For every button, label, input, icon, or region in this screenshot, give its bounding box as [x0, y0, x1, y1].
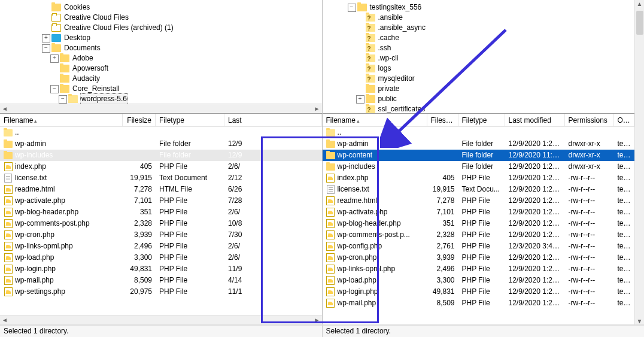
tree-item[interactable]: logs: [323, 63, 635, 74]
file-lastmodified: 12/9: [224, 150, 322, 161]
tree-item[interactable]: private: [323, 84, 635, 94]
col-filesize[interactable]: Filesize: [123, 114, 156, 127]
col-filetype[interactable]: Filetype: [156, 114, 224, 127]
folder-icon: [326, 139, 335, 148]
file-row[interactable]: wp-adminFile folder12/9: [0, 138, 322, 150]
file-permissions: -rw-r--r--: [565, 252, 614, 263]
remote-tree[interactable]: −testingsitex_556.ansible.ansible_async.…: [323, 0, 635, 114]
file-row[interactable]: wp-login.php49,831PHP File12/9/2020 1:22…: [323, 286, 635, 297]
file-row[interactable]: wp-contentFile folder12/9/2020 11:5...dr…: [323, 150, 635, 161]
file-row[interactable]: wp-cron.php3,939PHP File12/9/2020 1:22:.…: [323, 252, 635, 263]
file-row[interactable]: wp-adminFile folder12/9/2020 1:22:...drw…: [323, 138, 635, 150]
file-permissions: drwxr-xr-x: [565, 150, 614, 161]
file-row[interactable]: wp-blog-header.php351PHP File12/9/2020 1…: [323, 218, 635, 229]
file-row[interactable]: wp-load.php3,300PHP File12/9/2020 1:22:.…: [323, 275, 635, 286]
tree-item[interactable]: Audacity: [0, 74, 322, 84]
tree-item[interactable]: +Adobe: [0, 53, 322, 63]
tree-item[interactable]: .ansible_async: [323, 23, 635, 33]
file-row[interactable]: index.php405PHP File2/6/: [0, 161, 322, 172]
tree-item[interactable]: Apowersoft: [0, 63, 322, 74]
file-row[interactable]: wp-links-opml.php2,496PHP File2/6/: [0, 241, 322, 252]
col-lastmodified[interactable]: Last modified: [505, 114, 565, 127]
tree-item[interactable]: −Documents: [0, 43, 322, 53]
remote-file-list[interactable]: Filename▴ Filesize Filetype Last modifie…: [323, 114, 635, 324]
tree-item[interactable]: Cookies: [0, 2, 322, 13]
file-size: 8,509: [123, 275, 156, 286]
file-row[interactable]: wp-activate.php7,101PHP File12/9/2020 1:…: [323, 207, 635, 218]
col-filename[interactable]: Filename▴: [323, 114, 427, 127]
collapse-icon[interactable]: −: [59, 95, 67, 104]
file-row[interactable]: wp-includesFile folder12/9: [0, 150, 322, 161]
file-row[interactable]: readme.html7,278PHP File12/9/2020 1:22:.…: [323, 195, 635, 207]
tree-item[interactable]: −Core_Reinstall: [0, 84, 322, 94]
tree-item[interactable]: +Desktop: [0, 33, 322, 43]
remote-v-scrollbar[interactable]: ▲ ▼: [634, 0, 644, 324]
scrollbar-thumb[interactable]: [636, 11, 643, 35]
col-filesize[interactable]: Filesize: [427, 114, 458, 127]
tree-item[interactable]: +public: [323, 94, 635, 104]
file-name: wp-login.php: [0, 263, 123, 275]
file-size: 3,300: [427, 275, 458, 286]
unknown-folder-icon: [366, 44, 375, 52]
col-permissions[interactable]: Permissions: [565, 114, 614, 127]
file-row[interactable]: wp-mail.php8,509PHP File4/14: [0, 275, 322, 286]
file-row[interactable]: ..: [0, 127, 322, 138]
file-row[interactable]: license.txt19,915Text Document2/12: [0, 172, 322, 184]
tree-item[interactable]: .ssh: [323, 43, 635, 53]
col-filename[interactable]: Filename▴: [0, 114, 123, 127]
expand-icon[interactable]: +: [42, 34, 50, 42]
file-row[interactable]: wp-comments-post.php2,328PHP File10/8: [0, 218, 322, 229]
file-row[interactable]: index.php405PHP File12/9/2020 1:22:...-r…: [323, 172, 635, 184]
file-row[interactable]: wp-activate.php7,101PHP File7/28: [0, 195, 322, 207]
tree-item[interactable]: .ansible: [323, 13, 635, 23]
file-row[interactable]: wp-login.php49,831PHP File11/9: [0, 263, 322, 275]
file-row[interactable]: wp-cron.php3,939PHP File7/30: [0, 229, 322, 241]
tree-item[interactable]: Creative Cloud Files (archived) (1): [0, 23, 322, 33]
folder-icon: [60, 65, 69, 72]
file-row[interactable]: wp-config.php2,761PHP File12/3/2020 3:43…: [323, 241, 635, 252]
tree-item[interactable]: −wordpress-5.6: [0, 94, 322, 104]
collapse-icon[interactable]: −: [50, 85, 59, 93]
remote-list-header[interactable]: Filename▴ Filesize Filetype Last modifie…: [323, 114, 635, 127]
col-lastmodified[interactable]: Last: [224, 114, 322, 127]
tree-label: private: [378, 84, 400, 94]
file-row[interactable]: license.txt19,915Text Docu...12/9/2020 1…: [323, 184, 635, 195]
scroll-right-icon[interactable]: ►: [314, 105, 321, 113]
collapse-icon[interactable]: −: [42, 44, 50, 53]
scroll-left-icon[interactable]: ◄: [1, 317, 8, 324]
local-list-h-scrollbar[interactable]: ◄►: [0, 315, 322, 324]
tree-item[interactable]: Creative Cloud Files: [0, 13, 322, 23]
file-name: wp-links-opml.php: [323, 263, 427, 275]
collapse-icon[interactable]: −: [348, 4, 356, 12]
file-row[interactable]: wp-includesFile folder12/9/2020 1:23:...…: [323, 161, 635, 172]
tree-item[interactable]: .wp-cli: [323, 53, 635, 63]
file-row[interactable]: wp-settings.php20,975PHP File11/1: [0, 286, 322, 297]
scroll-up-icon[interactable]: ▲: [636, 0, 643, 7]
expand-icon[interactable]: +: [50, 54, 59, 63]
col-ownergroup[interactable]: Owner/Group: [614, 114, 635, 127]
tree-item[interactable]: .cache: [323, 33, 635, 43]
scroll-down-icon[interactable]: ▼: [636, 317, 643, 324]
scroll-left-icon[interactable]: ◄: [1, 105, 8, 113]
local-tree-h-scrollbar[interactable]: ◄ ►: [0, 104, 322, 113]
file-owner: testingsitex ...: [614, 184, 635, 195]
file-row[interactable]: readme.html7,278HTML File6/26: [0, 184, 322, 195]
file-row[interactable]: wp-mail.php8,509PHP File12/9/2020 1:22:.…: [323, 297, 635, 309]
local-list-header[interactable]: Filename▴ Filesize Filetype Last: [0, 114, 322, 127]
file-row[interactable]: ..: [323, 127, 635, 138]
file-name: wp-admin: [0, 138, 123, 150]
local-tree[interactable]: CookiesCreative Cloud FilesCreative Clou…: [0, 0, 322, 114]
file-row[interactable]: wp-load.php3,300PHP File2/6/: [0, 252, 322, 263]
spacer-icon: [356, 24, 364, 32]
unknown-folder-icon: [366, 24, 375, 32]
scroll-right-icon[interactable]: ►: [314, 317, 321, 324]
tree-item[interactable]: −testingsitex_556: [323, 2, 635, 13]
file-row[interactable]: wp-comments-post.p...2,328PHP File12/9/2…: [323, 229, 635, 241]
col-filetype[interactable]: Filetype: [458, 114, 505, 127]
tree-item[interactable]: mysqleditor: [323, 74, 635, 84]
file-row[interactable]: wp-links-opml.php2,496PHP File12/9/2020 …: [323, 263, 635, 275]
expand-icon[interactable]: +: [356, 95, 364, 104]
local-file-list[interactable]: Filename▴ Filesize Filetype Last ..wp-ad…: [0, 114, 322, 324]
file-row[interactable]: wp-blog-header.php351PHP File2/6/: [0, 207, 322, 218]
tree-item[interactable]: ssl_certificates: [323, 104, 635, 114]
